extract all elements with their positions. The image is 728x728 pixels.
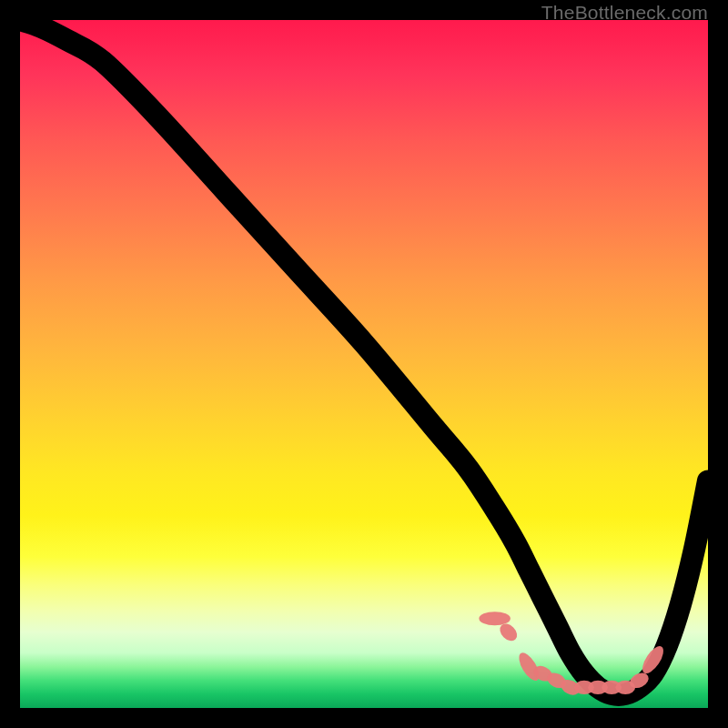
marker-point — [479, 612, 510, 625]
bottleneck-curve — [20, 20, 708, 695]
plot-area — [20, 20, 708, 708]
chart-svg — [20, 20, 708, 708]
chart-stage: TheBottleneck.com — [0, 0, 728, 728]
